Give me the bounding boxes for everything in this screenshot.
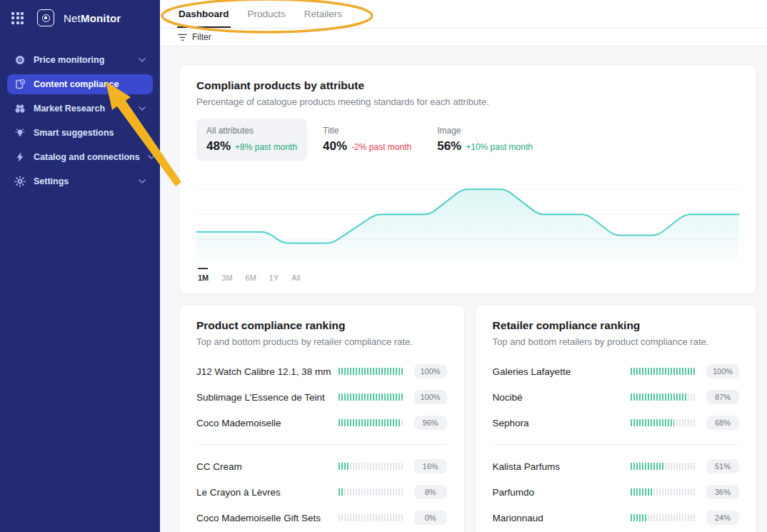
attribute-card: Compliant products by attribute Percenta… (179, 64, 757, 294)
attribute-card-title: Compliant products by attribute (196, 79, 739, 92)
ranking-row[interactable]: Sublimage L’Essence de Teint100% (196, 384, 447, 410)
sidebar: NetMonitor Price monitoringContent compl… (0, 0, 160, 532)
ranking-divider (493, 444, 739, 445)
stat-delta: +10% past month (466, 142, 533, 152)
ranking-item-name: Marionnaud (493, 513, 631, 523)
compliance-bar (631, 393, 695, 401)
brand-name: NetMonitor (64, 12, 121, 24)
product-ranking-subtitle: Top and bottom products by retailer comp… (196, 336, 447, 347)
product-ranking-title: Product compliance ranking (196, 319, 447, 332)
time-range-selector: 1M3M6M1YAll (196, 268, 739, 285)
filter-button[interactable]: Filter (160, 29, 767, 46)
sidebar-nav: Price monitoringContent complianceMarket… (0, 50, 160, 191)
range-all[interactable]: All (291, 268, 300, 282)
sidebar-item-label: Catalog and connections (34, 152, 140, 162)
percent-badge: 100% (414, 390, 447, 404)
ranking-row[interactable]: Nocibé87% (493, 384, 739, 410)
compliance-bar (631, 488, 695, 496)
ranking-row[interactable]: Coco Mademoiselle96% (196, 410, 447, 436)
ranking-item-name: CC Cream (196, 461, 339, 472)
ranking-item-name: J12 Watch Calibre 12.1, 38 mm (196, 366, 339, 377)
brand-logo-icon (37, 9, 54, 26)
sidebar-item-smart-suggestions[interactable]: Smart suggestions (7, 123, 153, 143)
compliance-bar (339, 368, 403, 375)
percent-badge: 0% (414, 511, 447, 525)
compliance-chart (196, 174, 739, 261)
stat-value: 48% (206, 139, 231, 154)
ranking-row[interactable]: Coco Mademoiselle Gift Sets0% (196, 505, 447, 531)
ranking-divider (196, 444, 447, 445)
tab-retailers[interactable]: Retailers (303, 0, 344, 28)
range-1y[interactable]: 1Y (269, 268, 279, 282)
ranking-item-name: Nocibé (493, 392, 631, 403)
product-ranking-list: J12 Watch Calibre 12.1, 38 mm100%Sublima… (196, 358, 447, 531)
sidebar-item-content-compliance[interactable]: Content compliance (7, 74, 153, 94)
tab-products[interactable]: Products (246, 0, 287, 28)
retailer-ranking-list: Galeries Lafayette100%Nocibé87%Sephora68… (493, 358, 739, 531)
tab-dashboard[interactable]: Dashboard (177, 0, 231, 28)
sidebar-item-market-research[interactable]: Market Research (7, 99, 153, 119)
stat-title[interactable]: Title40%-2% past month (313, 119, 421, 161)
percent-badge: 68% (706, 416, 739, 430)
range-1m[interactable]: 1M (198, 268, 209, 282)
device-check-icon (14, 79, 26, 90)
bolt-icon (14, 151, 26, 163)
ranking-item-name: Galeries Lafayette (493, 366, 631, 377)
ranking-row[interactable]: Parfumdo36% (493, 479, 739, 505)
sidebar-item-settings[interactable]: Settings (7, 171, 153, 191)
chevron-down-icon (148, 155, 155, 160)
sidebar-item-catalog-and-connections[interactable]: Catalog and connections (7, 147, 153, 167)
main-area: DashboardProductsRetailers Filter Compli… (160, 0, 767, 532)
compliance-bar (339, 488, 403, 496)
sidebar-item-label: Smart suggestions (34, 128, 114, 138)
sidebar-item-price-monitoring[interactable]: Price monitoring (7, 50, 153, 70)
stat-value: 40% (323, 139, 347, 154)
ranking-item-name: Sephora (493, 418, 631, 428)
ranking-item-name: Coco Mademoiselle Gift Sets (196, 513, 339, 523)
gear-icon (14, 176, 26, 187)
retailer-ranking-subtitle: Top and bottom retailers by product comp… (493, 336, 739, 347)
chevron-down-icon (139, 131, 146, 136)
ranking-item-name: Le Crayon à Lèvres (196, 487, 339, 498)
stat-image[interactable]: Image56%+10% past month (427, 119, 543, 161)
ranking-item-name: Sublimage L’Essence de Teint (196, 392, 339, 403)
filter-icon (178, 34, 187, 41)
ranking-row[interactable]: J12 Watch Calibre 12.1, 38 mm100% (196, 358, 447, 384)
stat-label: Image (437, 126, 533, 136)
stat-label: Title (323, 126, 411, 136)
stat-label: All attributes (206, 126, 297, 136)
target-icon (14, 54, 26, 66)
ranking-item-name: Kalista Parfums (493, 461, 631, 472)
app-window: NetMonitor Price monitoringContent compl… (0, 0, 767, 532)
product-ranking-card: Product compliance ranking Top and botto… (179, 304, 465, 532)
range-6m[interactable]: 6M (246, 268, 256, 282)
percent-badge: 36% (706, 485, 739, 499)
range-3m[interactable]: 3M (221, 268, 232, 282)
percent-badge: 100% (706, 364, 739, 378)
compliance-bar (339, 393, 403, 401)
sidebar-item-label: Price monitoring (34, 55, 104, 65)
chevron-down-icon (139, 58, 146, 63)
compliance-bar (631, 419, 695, 426)
percent-badge: 96% (414, 416, 447, 430)
stat-value: 56% (437, 139, 461, 154)
percent-badge: 100% (414, 364, 447, 378)
tab-bar: DashboardProductsRetailers (160, 0, 767, 29)
stat-delta: -2% past month (351, 142, 411, 152)
ranking-item-name: Parfumdo (493, 487, 631, 498)
percent-badge: 16% (414, 459, 447, 473)
ranking-row[interactable]: Marionnaud24% (493, 505, 739, 531)
stat-all-attributes[interactable]: All attributes48%+8% past month (196, 119, 307, 161)
app-grid-icon[interactable] (11, 12, 24, 24)
retailer-ranking-title: Retailer compliance ranking (493, 319, 739, 332)
retailer-ranking-card: Retailer compliance ranking Top and bott… (475, 304, 757, 532)
ranking-item-name: Coco Mademoiselle (196, 418, 339, 428)
compliance-bar (339, 419, 403, 426)
ranking-row[interactable]: Galeries Lafayette100% (493, 358, 739, 384)
percent-badge: 87% (706, 390, 739, 404)
ranking-row[interactable]: Sephora68% (493, 410, 739, 436)
ranking-row[interactable]: CC Cream16% (196, 453, 447, 479)
lightbulb-icon (14, 127, 26, 139)
ranking-row[interactable]: Kalista Parfums51% (493, 453, 739, 479)
ranking-row[interactable]: Le Crayon à Lèvres8% (196, 479, 447, 505)
